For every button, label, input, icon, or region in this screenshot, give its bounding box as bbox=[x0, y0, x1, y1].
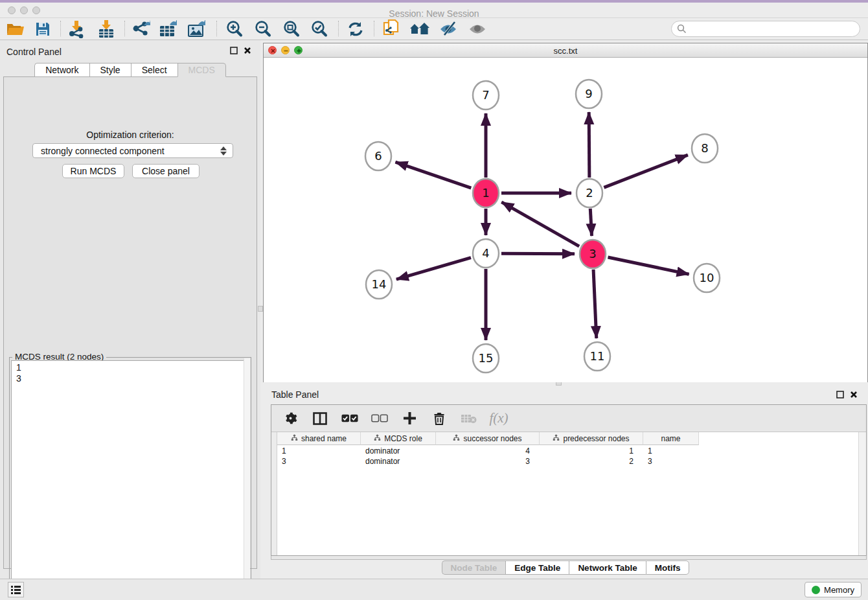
export-network-icon[interactable] bbox=[130, 19, 153, 39]
add-column-icon[interactable] bbox=[401, 412, 418, 424]
select-all-checkboxes-icon[interactable] bbox=[341, 414, 358, 422]
save-session-icon[interactable] bbox=[31, 19, 54, 39]
cell-name-row1[interactable]: 1 bbox=[644, 446, 698, 456]
tab-node-table[interactable]: Node Table bbox=[442, 560, 506, 575]
toolbar-separator bbox=[338, 21, 339, 36]
node-table-container: f(x) shared name13MCDS roledominatordomi… bbox=[271, 404, 867, 556]
node-table[interactable]: shared name13MCDS roledominatordominator… bbox=[271, 432, 866, 555]
fit-content-icon[interactable] bbox=[280, 19, 303, 39]
first-neighbors-icon[interactable] bbox=[408, 19, 431, 39]
svg-text:2: 2 bbox=[586, 186, 593, 200]
export-image-icon[interactable] bbox=[186, 19, 209, 39]
mcds-result-scrollbar[interactable] bbox=[244, 358, 250, 597]
criterion-select[interactable]: strongly connected component bbox=[32, 143, 233, 158]
optimization-criterion-label: Optimization criterion: bbox=[4, 130, 257, 140]
column-type-icon bbox=[553, 434, 560, 443]
node-11[interactable]: 11 bbox=[584, 342, 610, 371]
hide-selected-icon[interactable] bbox=[437, 19, 460, 39]
column-header-MCDS-role[interactable]: MCDS role bbox=[361, 432, 436, 445]
toolbar-separator bbox=[374, 21, 374, 36]
cell-MCDS-role-row2[interactable]: dominator bbox=[361, 456, 435, 467]
open-session-icon[interactable] bbox=[4, 19, 27, 39]
edge-2-8[interactable] bbox=[604, 155, 688, 187]
float-panel-icon[interactable] bbox=[230, 47, 238, 54]
node-15[interactable]: 15 bbox=[473, 344, 499, 373]
edge-3-1[interactable] bbox=[501, 202, 579, 246]
node-2[interactable]: 2 bbox=[577, 179, 602, 207]
edge-2-9[interactable] bbox=[589, 112, 589, 178]
cell-MCDS-role-row1[interactable]: dominator bbox=[361, 446, 435, 456]
column-header-predecessor-nodes[interactable]: predecessor nodes bbox=[540, 432, 643, 445]
show-all-icon[interactable] bbox=[466, 19, 489, 39]
window-title: Session: New Session bbox=[0, 8, 868, 19]
node-3[interactable]: 3 bbox=[580, 240, 606, 268]
edge-4-3[interactable] bbox=[501, 253, 575, 254]
split-view-icon[interactable] bbox=[312, 412, 328, 425]
edge-3-11[interactable] bbox=[593, 270, 597, 338]
table-vscrollbar[interactable] bbox=[858, 432, 866, 555]
zoom-selected-icon[interactable] bbox=[308, 19, 331, 39]
new-network-from-selection-icon[interactable] bbox=[380, 19, 403, 39]
close-panel-icon[interactable] bbox=[244, 47, 251, 54]
export-table-icon[interactable] bbox=[157, 19, 181, 39]
node-14[interactable]: 14 bbox=[366, 270, 392, 299]
tab-edge-table[interactable]: Edge Table bbox=[505, 560, 569, 575]
tab-motifs[interactable]: Motifs bbox=[646, 560, 690, 575]
cell-name-row2[interactable]: 3 bbox=[644, 456, 698, 467]
column-header-shared-name[interactable]: shared name bbox=[277, 432, 361, 445]
delete-table-icon[interactable] bbox=[461, 413, 477, 424]
tab-network-table[interactable]: Network Table bbox=[569, 560, 645, 575]
column-header-name[interactable]: name bbox=[643, 432, 699, 445]
list-icon bbox=[11, 586, 21, 594]
search-icon bbox=[677, 24, 687, 34]
memory-button[interactable]: Memory bbox=[805, 582, 862, 597]
zoom-out-icon[interactable] bbox=[251, 19, 275, 39]
vertical-splitter-handle[interactable] bbox=[258, 306, 263, 312]
network-canvas[interactable]: 7968124314101511 bbox=[264, 58, 867, 382]
cell-predecessor-nodes-row2[interactable]: 2 bbox=[540, 456, 643, 467]
close-panel-button[interactable]: Close panel bbox=[132, 164, 200, 178]
column-header-successor-nodes[interactable]: successor nodes bbox=[436, 432, 540, 445]
cell-shared-name-row2[interactable]: 3 bbox=[278, 456, 360, 467]
tab-network[interactable]: Network bbox=[34, 63, 89, 77]
delete-column-icon[interactable] bbox=[431, 412, 448, 425]
cell-shared-name-row1[interactable]: 1 bbox=[278, 446, 360, 456]
task-history-button[interactable] bbox=[8, 582, 24, 597]
svg-text:11: 11 bbox=[590, 349, 605, 363]
network-graph[interactable]: 7968124314101511 bbox=[264, 58, 867, 382]
tab-select[interactable]: Select bbox=[131, 63, 177, 77]
cell-successor-nodes-row1[interactable]: 4 bbox=[437, 446, 539, 456]
tab-style[interactable]: Style bbox=[89, 63, 131, 77]
edge-4-14[interactable] bbox=[396, 258, 471, 279]
select-stepper-icon bbox=[220, 146, 227, 156]
tab-mcds[interactable]: MCDS bbox=[177, 63, 226, 77]
node-7[interactable]: 7 bbox=[473, 81, 499, 110]
node-1[interactable]: 1 bbox=[473, 179, 499, 207]
import-network-icon[interactable] bbox=[64, 19, 87, 39]
run-mcds-button[interactable]: Run MCDS bbox=[62, 164, 124, 178]
mcds-result-text[interactable]: 1 3 bbox=[11, 360, 249, 600]
edge-3-10[interactable] bbox=[608, 257, 689, 274]
float-table-panel-icon[interactable] bbox=[836, 391, 844, 398]
edge-1-6[interactable] bbox=[395, 162, 471, 188]
column-settings-icon[interactable] bbox=[282, 411, 299, 425]
deselect-all-checkboxes-icon[interactable] bbox=[371, 414, 388, 422]
cell-successor-nodes-row2[interactable]: 3 bbox=[437, 456, 539, 467]
node-8[interactable]: 8 bbox=[692, 134, 718, 163]
import-table-icon[interactable] bbox=[95, 19, 118, 39]
node-9[interactable]: 9 bbox=[576, 80, 602, 108]
svg-text:1: 1 bbox=[482, 186, 489, 200]
node-4[interactable]: 4 bbox=[473, 239, 499, 268]
node-10[interactable]: 10 bbox=[694, 264, 720, 292]
node-6[interactable]: 6 bbox=[365, 142, 391, 170]
memory-status-icon bbox=[812, 586, 820, 594]
zoom-in-icon[interactable] bbox=[223, 19, 246, 39]
function-builder-icon[interactable]: f(x) bbox=[490, 410, 507, 426]
edge-2-3[interactable] bbox=[590, 209, 591, 236]
network-window-titlebar[interactable]: scc.txt bbox=[264, 43, 867, 58]
network-window-title: scc.txt bbox=[264, 46, 867, 56]
search-input[interactable] bbox=[671, 21, 860, 37]
close-table-panel-icon[interactable] bbox=[850, 391, 858, 398]
cell-predecessor-nodes-row1[interactable]: 1 bbox=[540, 446, 643, 456]
refresh-icon[interactable] bbox=[344, 19, 367, 39]
